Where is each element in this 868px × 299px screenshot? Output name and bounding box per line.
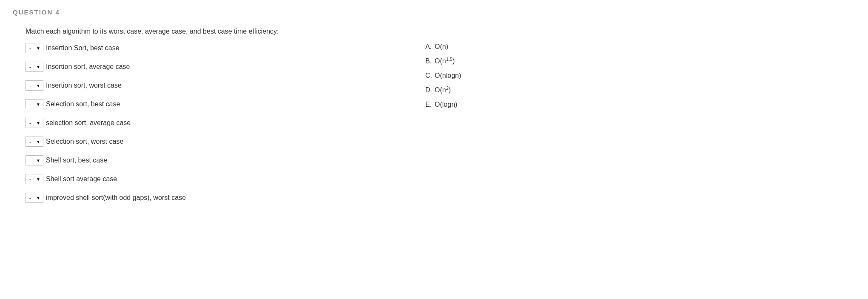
answer-tail: ) bbox=[449, 86, 451, 94]
match-row: -▼Selection sort, worst case bbox=[26, 137, 408, 147]
answer-letter: E. bbox=[425, 101, 435, 108]
answer-option: A.O(n) bbox=[425, 43, 461, 51]
match-row: -▼Selection sort, best case bbox=[26, 99, 408, 109]
answer-key-column: A.O(n)B.O(n1.5)C.O(nlogn)D.O(n2)E.O(logn… bbox=[425, 43, 461, 211]
answer-text: O(n) bbox=[435, 43, 448, 51]
answer-letter: D. bbox=[425, 86, 435, 94]
answer-base: O(n bbox=[435, 86, 446, 94]
match-row: -▼Shell sort, best case bbox=[26, 155, 408, 165]
dropdown-value: - bbox=[29, 45, 31, 51]
answer-dropdown[interactable]: -▼ bbox=[26, 43, 43, 53]
match-item-label: Shell sort average case bbox=[46, 175, 117, 183]
answer-option: E.O(logn) bbox=[425, 101, 461, 108]
match-row: -▼selection sort, average case bbox=[26, 118, 408, 128]
answer-tail: ) bbox=[452, 57, 455, 65]
match-item-label: improved shell sort(with odd gaps), wors… bbox=[46, 194, 186, 202]
match-items-column: -▼Insertion Sort, best case-▼Insertion s… bbox=[26, 43, 408, 211]
match-item-label: Insertion sort, worst case bbox=[46, 82, 122, 89]
dropdown-value: - bbox=[29, 83, 31, 89]
answer-dropdown[interactable]: -▼ bbox=[26, 193, 43, 203]
answer-dropdown[interactable]: -▼ bbox=[26, 137, 43, 147]
dropdown-value: - bbox=[29, 64, 31, 70]
answer-base: O(n bbox=[435, 57, 446, 65]
answer-base: O(logn) bbox=[435, 101, 457, 108]
dropdown-value: - bbox=[29, 139, 31, 145]
answer-option: D.O(n2) bbox=[425, 86, 461, 94]
question-header: QUESTION 4 bbox=[13, 9, 855, 16]
match-item-label: Insertion sort, average case bbox=[46, 63, 130, 71]
answer-letter: B. bbox=[425, 57, 435, 65]
answer-letter: C. bbox=[425, 72, 435, 80]
chevron-down-icon: ▼ bbox=[36, 196, 40, 200]
chevron-down-icon: ▼ bbox=[36, 177, 40, 182]
answer-text: O(n1.5) bbox=[435, 57, 455, 65]
dropdown-value: - bbox=[29, 101, 31, 108]
answer-dropdown[interactable]: -▼ bbox=[26, 118, 43, 128]
match-item-label: Insertion Sort, best case bbox=[46, 44, 120, 52]
answer-option: B.O(n1.5) bbox=[425, 57, 461, 65]
chevron-down-icon: ▼ bbox=[36, 46, 40, 51]
chevron-down-icon: ▼ bbox=[36, 158, 40, 163]
match-row: -▼Insertion sort, average case bbox=[26, 62, 408, 72]
dropdown-value: - bbox=[29, 195, 31, 201]
chevron-down-icon: ▼ bbox=[36, 102, 40, 107]
answer-exponent: 1.5 bbox=[446, 57, 452, 62]
match-row: -▼improved shell sort(with odd gaps), wo… bbox=[26, 193, 408, 203]
chevron-down-icon: ▼ bbox=[36, 140, 40, 144]
dropdown-value: - bbox=[29, 157, 31, 164]
answer-dropdown[interactable]: -▼ bbox=[26, 99, 43, 109]
answer-letter: A. bbox=[425, 43, 435, 51]
answer-text: O(nlogn) bbox=[435, 72, 461, 80]
match-item-label: Selection sort, best case bbox=[46, 100, 120, 108]
question-prompt: Match each algorithm to its worst case, … bbox=[26, 28, 855, 35]
answer-dropdown[interactable]: -▼ bbox=[26, 80, 43, 91]
answer-text: O(logn) bbox=[435, 101, 457, 108]
match-row: -▼Insertion Sort, best case bbox=[26, 43, 408, 53]
dropdown-value: - bbox=[29, 120, 31, 126]
answer-base: O(nlogn) bbox=[435, 72, 461, 79]
answer-text: O(n2) bbox=[435, 86, 451, 94]
match-row: -▼Insertion sort, worst case bbox=[26, 80, 408, 91]
match-item-label: selection sort, average case bbox=[46, 119, 131, 127]
question-content: -▼Insertion Sort, best case-▼Insertion s… bbox=[26, 43, 855, 211]
answer-dropdown[interactable]: -▼ bbox=[26, 155, 43, 165]
answer-dropdown[interactable]: -▼ bbox=[26, 174, 43, 184]
answer-dropdown[interactable]: -▼ bbox=[26, 62, 43, 72]
chevron-down-icon: ▼ bbox=[36, 83, 40, 88]
chevron-down-icon: ▼ bbox=[36, 121, 40, 125]
match-item-label: Shell sort, best case bbox=[46, 157, 107, 164]
answer-option: C.O(nlogn) bbox=[425, 72, 461, 80]
dropdown-value: - bbox=[29, 176, 31, 182]
answer-base: O(n) bbox=[435, 43, 448, 50]
match-row: -▼Shell sort average case bbox=[26, 174, 408, 184]
chevron-down-icon: ▼ bbox=[36, 65, 40, 69]
match-item-label: Selection sort, worst case bbox=[46, 138, 123, 145]
